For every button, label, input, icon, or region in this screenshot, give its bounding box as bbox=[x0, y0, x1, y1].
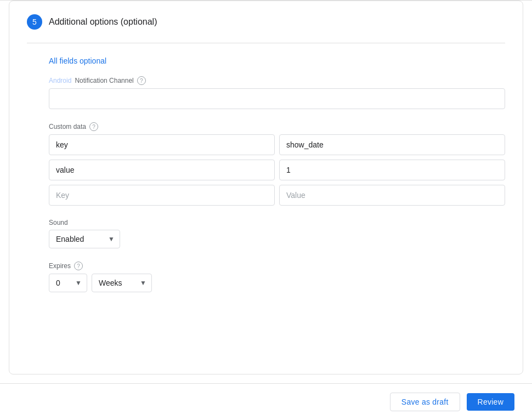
expires-label: Expires ? bbox=[49, 262, 505, 270]
custom-data-value-1[interactable] bbox=[279, 134, 505, 155]
custom-data-label: Custom data ? bbox=[49, 122, 505, 131]
main-card: 5 Additional options (optional) All fiel… bbox=[9, 1, 523, 374]
android-label-android: Android bbox=[49, 77, 71, 84]
expires-group: Expires ? 0 1 2 3 4 ▼ bbox=[49, 262, 505, 292]
expires-unit-select[interactable]: Minutes Hours Days Weeks Months bbox=[92, 274, 152, 292]
sound-select[interactable]: Enabled Disabled bbox=[49, 230, 120, 248]
custom-data-value-2[interactable] bbox=[279, 160, 505, 180]
sound-group: Sound Enabled Disabled ▼ bbox=[49, 219, 505, 248]
review-button[interactable]: Review bbox=[467, 393, 514, 411]
section-divider bbox=[27, 43, 505, 43]
android-channel-help-icon[interactable]: ? bbox=[137, 76, 146, 85]
custom-data-grid bbox=[49, 134, 505, 206]
footer-bar: Save as draft Review bbox=[0, 383, 532, 420]
fields-area: All fields optional Android Notification… bbox=[27, 56, 505, 292]
expires-label-text: Expires bbox=[49, 262, 71, 270]
custom-data-value-3[interactable] bbox=[279, 185, 505, 206]
android-channel-input[interactable] bbox=[49, 88, 505, 109]
expires-unit-wrapper: Minutes Hours Days Weeks Months ▼ bbox=[92, 274, 152, 292]
sound-label-text: Sound bbox=[49, 219, 68, 226]
expires-num-wrapper: 0 1 2 3 4 ▼ bbox=[49, 274, 87, 292]
page-container: 5 Additional options (optional) All fiel… bbox=[0, 0, 532, 420]
step-badge: 5 bbox=[27, 14, 42, 30]
all-optional-label: All fields optional bbox=[49, 56, 505, 65]
expires-row: 0 1 2 3 4 ▼ Minutes Hours Days bbox=[49, 274, 505, 292]
custom-data-key-3[interactable] bbox=[49, 185, 275, 206]
android-channel-label: Android Notification Channel ? bbox=[49, 76, 505, 85]
custom-data-label-text: Custom data bbox=[49, 123, 86, 130]
expires-num-select[interactable]: 0 1 2 3 4 bbox=[49, 274, 87, 292]
android-label-rest: Notification Channel bbox=[75, 77, 133, 84]
custom-data-key-2[interactable] bbox=[49, 160, 275, 180]
android-channel-group: Android Notification Channel ? bbox=[49, 76, 505, 109]
section-header: 5 Additional options (optional) bbox=[27, 14, 505, 30]
custom-data-group: Custom data ? bbox=[49, 122, 505, 206]
save-draft-button[interactable]: Save as draft bbox=[390, 393, 460, 411]
custom-data-help-icon[interactable]: ? bbox=[89, 122, 98, 131]
custom-data-key-1[interactable] bbox=[49, 134, 275, 155]
section-title: Additional options (optional) bbox=[49, 17, 157, 27]
expires-help-icon[interactable]: ? bbox=[74, 262, 83, 270]
sound-select-wrapper: Enabled Disabled ▼ bbox=[49, 230, 120, 248]
sound-label: Sound bbox=[49, 219, 505, 226]
